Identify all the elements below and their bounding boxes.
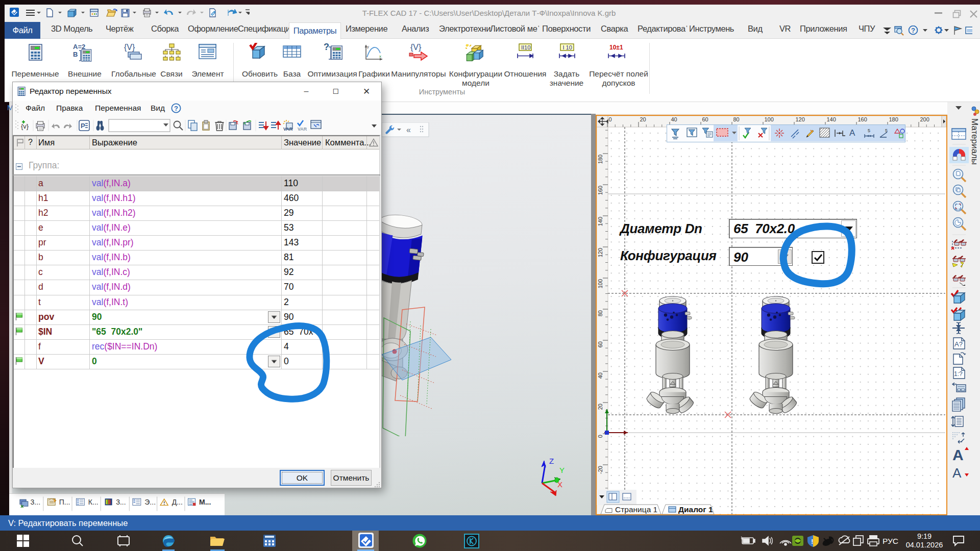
svg-text:I 10: I 10 xyxy=(563,44,572,51)
svg-text:A: A xyxy=(952,465,962,481)
svg-text:200: 200 xyxy=(920,116,929,122)
svg-text:120: 120 xyxy=(796,116,805,122)
svg-text:II10: II10 xyxy=(521,44,530,51)
svg-text:VAR: VAR xyxy=(283,127,293,132)
svg-text:{V}: {V} xyxy=(410,43,422,52)
svg-text:04.01.2026: 04.01.2026 xyxy=(906,541,943,549)
svg-text:20: 20 xyxy=(640,116,646,122)
svg-text:140: 140 xyxy=(827,116,836,122)
svg-text:Д...: Д... xyxy=(172,498,183,506)
svg-text:1:?: 1:? xyxy=(954,370,963,378)
svg-text:Диалог 1: Диалог 1 xyxy=(678,505,713,514)
svg-text:B: B xyxy=(73,51,78,58)
svg-text:Y: Y xyxy=(559,466,565,474)
svg-text:A: A xyxy=(952,446,964,463)
svg-text:!: ! xyxy=(811,538,813,545)
svg-text:5: 5 xyxy=(868,128,870,133)
svg-text:10±1: 10±1 xyxy=(609,44,623,51)
svg-text:y: y xyxy=(367,44,369,49)
svg-text:A: A xyxy=(236,121,238,125)
svg-text:60: 60 xyxy=(702,116,708,122)
svg-text:{v}: {v} xyxy=(21,122,29,130)
svg-text:М...: М... xyxy=(199,498,211,506)
svg-text:0: 0 xyxy=(609,116,612,122)
svg-text:X: X xyxy=(557,480,562,489)
svg-text:80: 80 xyxy=(733,116,740,122)
svg-text:?: ? xyxy=(911,27,915,34)
svg-text:К...: К... xyxy=(88,498,99,506)
svg-text:3...: 3... xyxy=(116,498,126,506)
svg-text:P: P xyxy=(81,122,85,130)
svg-text:?: ? xyxy=(324,43,329,52)
svg-text:{V}: {V} xyxy=(124,43,135,52)
svg-text:П...: П... xyxy=(59,498,70,506)
svg-text:160: 160 xyxy=(858,116,867,122)
svg-text:40: 40 xyxy=(671,116,677,122)
svg-text:3...: 3... xyxy=(31,498,41,506)
svg-text:180: 180 xyxy=(889,116,898,122)
svg-text:9:19: 9:19 xyxy=(917,532,932,540)
svg-text:100: 100 xyxy=(765,116,774,122)
svg-text:Э...: Э... xyxy=(144,498,156,506)
svg-text:Страница 1: Страница 1 xyxy=(615,505,657,514)
svg-text:A: A xyxy=(849,128,855,138)
svg-text:РУС: РУС xyxy=(883,537,898,545)
svg-text:A: A xyxy=(243,121,246,125)
svg-text:x: x xyxy=(379,54,381,59)
svg-text:A?: A? xyxy=(954,340,963,348)
svg-text:Z: Z xyxy=(549,457,554,465)
svg-text:?: ? xyxy=(174,105,178,112)
svg-text:«: « xyxy=(406,126,411,134)
svg-text:VAR: VAR xyxy=(298,127,307,132)
